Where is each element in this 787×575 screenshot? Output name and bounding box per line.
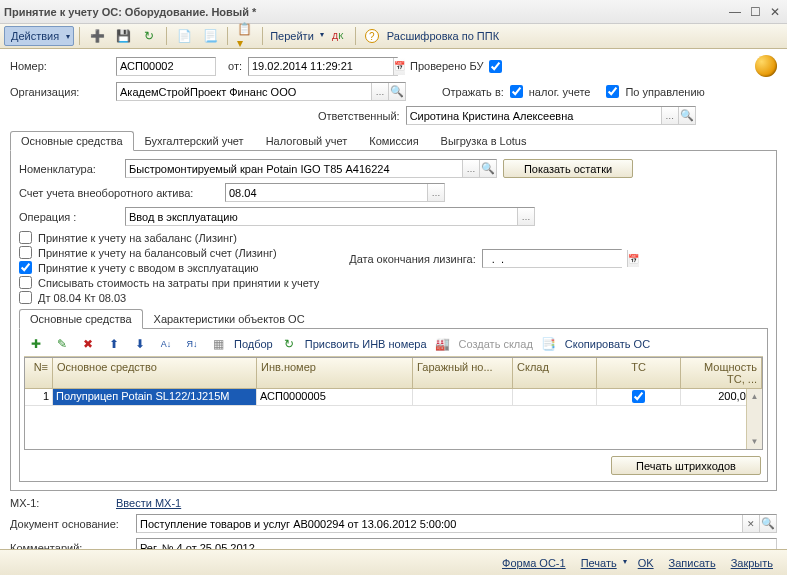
create-wh-icon[interactable]: 🏭 [431, 334, 455, 354]
nomen-lookup-icon[interactable]: … [462, 160, 479, 177]
maximize-button[interactable]: ☐ [747, 5, 763, 19]
create-wh-button: Создать склад [457, 338, 535, 350]
ok-button[interactable]: OK [632, 557, 660, 569]
subtab-assets[interactable]: Основные средства [19, 309, 143, 329]
refresh-icon[interactable]: ↻ [137, 26, 161, 46]
chk-commission[interactable] [19, 261, 32, 274]
calendar-icon[interactable]: 📅 [393, 58, 405, 75]
subtab-characteristics[interactable]: Характеристики объектов ОС [143, 309, 316, 329]
sort-desc-icon[interactable]: Я↓ [180, 334, 204, 354]
close-button[interactable]: ✕ [767, 5, 783, 19]
responsible-lookup-icon[interactable]: … [661, 107, 678, 124]
add-icon[interactable]: ➕ [85, 26, 109, 46]
assign-inv-button[interactable]: Присвоить ИНВ номера [303, 338, 429, 350]
row-tc-checkbox[interactable] [632, 390, 645, 403]
col-sklad[interactable]: Склад [513, 358, 597, 388]
actions-button[interactable]: Действия [4, 26, 74, 46]
col-pow[interactable]: Мощность ТС, ... [681, 358, 762, 388]
org-input[interactable]: … 🔍 [116, 82, 406, 101]
close-footer-button[interactable]: Закрыть [725, 557, 779, 569]
chk-dtkt-label: Дт 08.04 Кт 08.03 [38, 292, 126, 304]
tab-tax[interactable]: Налоговый учет [255, 131, 359, 151]
leasing-end-calendar-icon[interactable]: 📅 [627, 250, 639, 267]
responsible-input[interactable]: … 🔍 [406, 106, 696, 125]
tab-commission[interactable]: Комиссия [358, 131, 429, 151]
copy-os-button[interactable]: Скопировать ОС [563, 338, 652, 350]
unpost-icon[interactable]: 📃 [198, 26, 222, 46]
grid-scrollbar[interactable]: ▲ ▼ [746, 389, 762, 449]
from-label: от: [228, 60, 242, 72]
chk-offbalance[interactable] [19, 231, 32, 244]
nomen-input[interactable]: … 🔍 [125, 159, 497, 178]
org-search-icon[interactable]: 🔍 [388, 83, 405, 100]
col-tc[interactable]: ТС [597, 358, 681, 388]
reflect-mgmt-label: По управлению [625, 86, 704, 98]
show-balance-button[interactable]: Показать остатки [503, 159, 633, 178]
col-asset[interactable]: Основное средство [53, 358, 257, 388]
form-os1-button[interactable]: Форма ОС-1 [496, 557, 572, 569]
col-inv[interactable]: Инв.номер [257, 358, 413, 388]
row-up-icon[interactable]: ⬆ [102, 334, 126, 354]
chk-balance-label: Принятие к учету на балансовый счет (Лиз… [38, 247, 277, 259]
print-button[interactable]: Печать [575, 557, 629, 569]
account-lookup-icon[interactable]: … [427, 184, 444, 201]
row-add-icon[interactable]: ✚ [24, 334, 48, 354]
responsible-search-icon[interactable]: 🔍 [678, 107, 695, 124]
fill-icon[interactable]: ▦ [206, 334, 230, 354]
window-title: Принятие к учету ОС: Оборудование. Новый… [4, 6, 727, 18]
mx1-label: МХ-1: [10, 497, 110, 509]
copy-os-icon[interactable]: 📑 [537, 334, 561, 354]
select-button[interactable]: Подбор [232, 338, 275, 350]
assign-inv-icon[interactable]: ↻ [277, 334, 301, 354]
sort-asc-icon[interactable]: A↓ [154, 334, 178, 354]
operation-input[interactable]: … [125, 207, 535, 226]
org-label: Организация: [10, 86, 110, 98]
nomen-search-icon[interactable]: 🔍 [479, 160, 496, 177]
checked-bu-checkbox[interactable] [489, 60, 502, 73]
print-barcodes-button[interactable]: Печать штрихкодов [611, 456, 761, 475]
status-ball-icon[interactable] [755, 55, 777, 77]
chk-dtkt[interactable] [19, 291, 32, 304]
decode-ppk-button[interactable]: Расшифровка по ППК [385, 30, 501, 42]
row-delete-icon[interactable]: ✖ [76, 334, 100, 354]
tab-lotus[interactable]: Выгрузка в Lotus [430, 131, 538, 151]
reflect-mgmt-checkbox[interactable] [606, 85, 619, 98]
operation-label: Операция : [19, 211, 119, 223]
help-icon[interactable]: ? [361, 26, 383, 46]
nomen-label: Номенклатура: [19, 163, 119, 175]
chk-commission-label: Принятие к учету с вводом в эксплуатацию [38, 262, 259, 274]
minimize-button[interactable]: — [727, 5, 743, 19]
row-edit-icon[interactable]: ✎ [50, 334, 74, 354]
leasing-end-input[interactable]: 📅 [482, 249, 622, 268]
chk-writeoff[interactable] [19, 276, 32, 289]
org-lookup-icon[interactable]: … [371, 83, 388, 100]
dt-kt-icon[interactable]: ДК [326, 26, 350, 46]
basis-search-icon[interactable]: 🔍 [759, 515, 776, 532]
reflect-label: Отражать в: [442, 86, 504, 98]
date-input[interactable]: 📅 [248, 57, 398, 76]
basis-input[interactable]: ✕ 🔍 [136, 514, 777, 533]
operation-lookup-icon[interactable]: … [517, 208, 534, 225]
col-n[interactable]: N≡ [25, 358, 53, 388]
save-button[interactable]: Записать [663, 557, 722, 569]
basedon-icon[interactable]: 📋▾ [233, 26, 257, 46]
save-icon[interactable]: 💾 [111, 26, 135, 46]
col-gar[interactable]: Гаражный но... [413, 358, 513, 388]
goto-button[interactable]: Перейти [268, 30, 324, 42]
basis-label: Документ основание: [10, 518, 130, 530]
basis-clear-icon[interactable]: ✕ [742, 515, 759, 532]
assets-grid[interactable]: N≡ Основное средство Инв.номер Гаражный … [24, 357, 763, 450]
tab-assets[interactable]: Основные средства [10, 131, 134, 151]
reflect-tax-checkbox[interactable] [510, 85, 523, 98]
number-input[interactable] [116, 57, 216, 76]
row-down-icon[interactable]: ⬇ [128, 334, 152, 354]
mx1-link[interactable]: Ввести МХ-1 [116, 497, 181, 509]
table-row[interactable]: 1 Полуприцеп Potain SL122/1J215M АСП0000… [25, 389, 762, 406]
post-icon[interactable]: 📄 [172, 26, 196, 46]
tab-accounting[interactable]: Бухгалтерский учет [134, 131, 255, 151]
chk-balance[interactable] [19, 246, 32, 259]
reflect-tax-label: налог. учете [529, 86, 591, 98]
chk-writeoff-label: Списывать стоимость на затраты при приня… [38, 277, 319, 289]
number-label: Номер: [10, 60, 110, 72]
account-input[interactable]: … [225, 183, 445, 202]
